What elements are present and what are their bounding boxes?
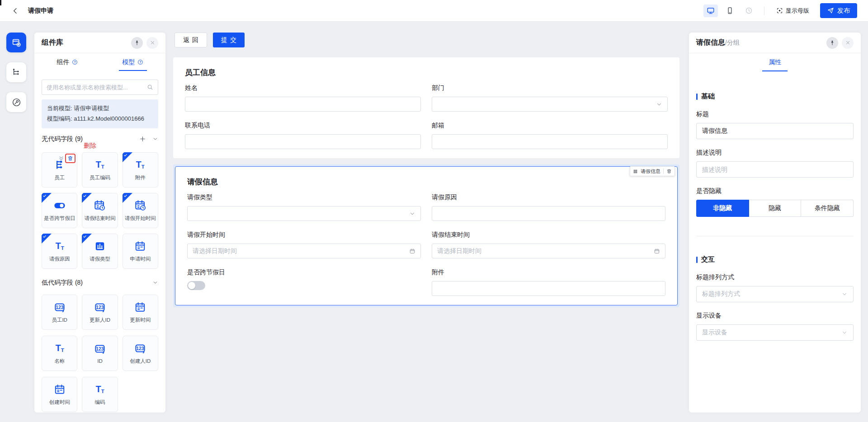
leave-type-select[interactable]: [187, 206, 421, 221]
field-card-id[interactable]: ID: [82, 336, 118, 371]
option-not-hidden[interactable]: 非隐藏: [696, 200, 749, 217]
divider: [696, 236, 854, 236]
pin-icon[interactable]: [131, 37, 143, 49]
number-icon: [94, 342, 106, 355]
leave-end-datepicker[interactable]: 请选择日期时间: [432, 244, 665, 258]
close-icon[interactable]: [842, 37, 854, 49]
mobile-view-button[interactable]: [722, 5, 737, 17]
text-icon: [94, 383, 106, 396]
component-library-panel: 组件库 组件 模型 当前模型: 请假申请模型 模型编码: a111.k2.Mod…: [34, 33, 165, 413]
field-card-employee-code[interactable]: 员工编码: [82, 152, 118, 188]
drag-handle-icon[interactable]: [633, 169, 638, 174]
field-card-code[interactable]: 编码: [82, 377, 118, 412]
form-submit-button[interactable]: 提交: [213, 33, 245, 47]
tab-properties[interactable]: 属性: [768, 53, 782, 71]
window-edge: [0, 0, 1, 5]
design-canvas: 返回 提交 员工信息 姓名 部门 联系电话: [173, 33, 679, 307]
field-card-apply-time[interactable]: 申请时间: [123, 234, 158, 269]
category-icon: [94, 240, 106, 253]
lowcode-fields-header: 低代码字段 (8): [42, 278, 158, 287]
option-hidden[interactable]: 隐藏: [749, 200, 802, 217]
double-chevron-down-icon[interactable]: [58, 155, 64, 161]
tab-components[interactable]: 组件: [34, 53, 100, 71]
library-title: 组件库: [42, 38, 127, 47]
selected-check-icon: [82, 193, 92, 203]
field-card-creator-id[interactable]: 创建人ID: [123, 336, 158, 371]
description-input[interactable]: [696, 161, 854, 178]
lowcode-field-grid: 员工ID 更新人ID 更新时间 名称 ID 创建人ID: [42, 295, 158, 412]
field-card-updater-id[interactable]: 更新人ID: [82, 295, 118, 330]
field-card-update-time[interactable]: 更新时间: [123, 295, 158, 330]
outline-tree-button[interactable]: [6, 62, 26, 82]
field-card-create-time[interactable]: 创建时间: [42, 377, 77, 412]
model-code: 模型编码: a111.k2.Model0000001666: [47, 114, 153, 124]
field-card-leave-type[interactable]: 请假类型: [82, 234, 118, 269]
leave-start-datepicker[interactable]: 请选择日期时间: [187, 244, 421, 258]
desktop-view-button[interactable]: [703, 5, 718, 17]
collapse-chevron-icon[interactable]: [152, 136, 158, 142]
attachment-input[interactable]: [432, 281, 665, 296]
arrangement-select[interactable]: 标题排列方式: [696, 286, 854, 302]
leave-info-group[interactable]: 请假信息 请假类型 请假原因 请假开始时间: [175, 166, 678, 305]
phone-input[interactable]: [185, 134, 421, 149]
close-icon[interactable]: [146, 37, 158, 49]
field-card-leave-end-time[interactable]: 请假结束时间: [82, 193, 118, 228]
pin-icon[interactable]: [826, 37, 838, 49]
department-select[interactable]: [432, 97, 668, 112]
field-card-name[interactable]: 名称: [42, 336, 77, 371]
trash-icon[interactable]: [67, 155, 73, 161]
field-card-employee[interactable]: 员工: [42, 152, 77, 188]
add-field-icon[interactable]: [139, 136, 146, 142]
cross-holiday-toggle[interactable]: [187, 281, 205, 290]
employee-info-group[interactable]: 员工信息 姓名 部门 联系电话 邮箱: [173, 57, 679, 158]
text-icon: [54, 342, 66, 355]
inspector-tabs: 属性: [689, 53, 861, 71]
back-icon[interactable]: [10, 5, 21, 16]
field-card-attachment[interactable]: 附件: [123, 152, 158, 188]
chevron-down-icon: [409, 211, 415, 217]
calendar-icon: [134, 240, 146, 253]
chevron-down-icon: [841, 291, 848, 297]
divider: [764, 7, 764, 15]
device-label: 显示设备: [696, 312, 854, 320]
toggle-icon: [53, 199, 66, 212]
selected-check-icon: [123, 152, 132, 162]
selected-group-label: 请假信息: [641, 168, 660, 175]
divider: [663, 169, 664, 174]
settings-tools-button[interactable]: [6, 92, 26, 112]
collapse-chevron-icon[interactable]: [152, 280, 158, 286]
form-back-button[interactable]: 返回: [175, 33, 207, 47]
name-input[interactable]: [185, 97, 421, 112]
group-title: 员工信息: [185, 67, 668, 78]
field-card-cross-holiday[interactable]: 是否跨节假日: [42, 193, 77, 228]
device-select[interactable]: 显示设备: [696, 324, 854, 341]
leave-reason-input[interactable]: [432, 206, 665, 221]
publish-button[interactable]: 发布: [820, 3, 857, 18]
current-model-info: 当前模型: 请假申请模型 模型编码: a111.k2.Model00000016…: [42, 99, 158, 128]
form-field-cross-holiday: 是否跨节假日: [187, 268, 421, 296]
form-field-leave-reason: 请假原因: [432, 193, 665, 221]
toggle-knob: [188, 282, 195, 289]
title-input[interactable]: [696, 123, 854, 139]
component-library-button[interactable]: [6, 33, 26, 52]
delete-group-trash-icon[interactable]: [666, 169, 672, 174]
number-icon: [134, 342, 146, 355]
field-card-leave-reason[interactable]: 请假原因: [42, 234, 77, 269]
chevron-down-icon: [656, 101, 662, 108]
left-toolbar: [6, 33, 27, 112]
show-master-button[interactable]: 显示母版: [773, 4, 813, 18]
text-icon: [134, 159, 146, 171]
history-button[interactable]: [741, 5, 756, 17]
chevron-down-icon: [841, 329, 848, 336]
model-search-input[interactable]: [47, 84, 144, 91]
email-input[interactable]: [432, 134, 668, 149]
topbar: 请假申请 显示母版 发布: [0, 0, 868, 22]
option-conditional-hidden[interactable]: 条件隐藏: [801, 200, 854, 217]
hidden-label: 是否隐藏: [696, 187, 854, 195]
field-card-leave-start-time[interactable]: 请假开始时间: [123, 193, 158, 228]
form-field-name: 姓名: [185, 84, 421, 112]
tab-models[interactable]: 模型: [100, 53, 165, 71]
calendar-icon: [654, 248, 660, 254]
form-field-department: 部门: [432, 84, 668, 112]
field-card-employee-id[interactable]: 员工ID: [42, 295, 77, 330]
